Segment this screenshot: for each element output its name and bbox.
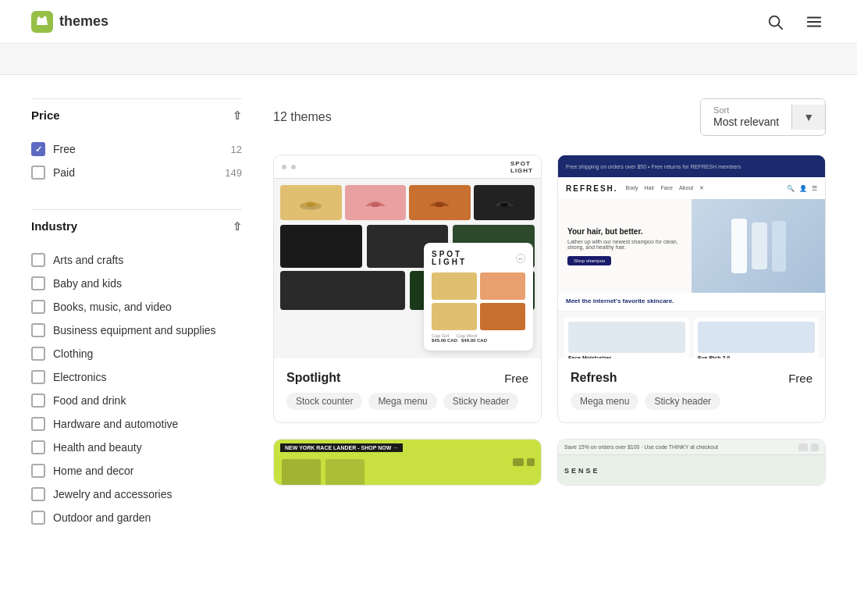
filter-option-paid[interactable]: Paid 149 <box>31 161 242 184</box>
themes-grid: SPOTLIGHT <box>273 155 826 486</box>
price-filter-label: Price <box>31 109 60 122</box>
arts-label: Arts and crafts <box>53 254 123 266</box>
spotlight-card-image: SPOTLIGHT <box>274 155 541 358</box>
spotlight-card-info: Spotlight Free Stock counter Mega menu S… <box>274 358 541 422</box>
free-count: 12 <box>231 144 242 155</box>
svg-rect-9 <box>436 203 443 207</box>
filter-option-free[interactable]: Free 12 <box>31 137 242 161</box>
baby-checkbox[interactable] <box>31 276 45 290</box>
refresh-price: Free <box>788 372 813 385</box>
filter-option-outdoor[interactable]: Outdoor and garden <box>31 506 242 529</box>
food-checkbox[interactable] <box>31 393 45 408</box>
filter-option-arts[interactable]: Arts and crafts <box>31 248 242 272</box>
outdoor-checkbox[interactable] <box>31 511 45 525</box>
price-filter-section: Price ⇧ Free 12 Paid 149 <box>31 98 242 190</box>
svg-rect-10 <box>500 203 508 207</box>
filter-option-food[interactable]: Food and drink <box>31 389 242 412</box>
svg-rect-7 <box>307 203 315 207</box>
header: themes <box>0 0 857 44</box>
svg-line-2 <box>778 25 782 29</box>
sort-label-area: Sort Most relevant <box>701 99 791 135</box>
sort-value: Most relevant <box>713 116 779 128</box>
business-checkbox[interactable] <box>31 323 45 337</box>
industry-filter-label: Industry <box>31 219 77 233</box>
shopify-bag-icon <box>31 11 53 33</box>
industry-filter-header[interactable]: Industry ⇧ <box>31 209 242 242</box>
content-header: 12 themes Sort Most relevant ▼ <box>273 98 826 136</box>
clothing-checkbox[interactable] <box>31 347 45 361</box>
spotlight-tag-2: Sticky header <box>443 393 519 410</box>
industry-chevron-up-icon: ⇧ <box>233 220 242 233</box>
health-checkbox[interactable] <box>31 440 45 454</box>
electronics-label: Electronics <box>53 371 106 383</box>
paid-checkbox[interactable] <box>31 166 45 180</box>
refresh-tag-1: Sticky header <box>645 393 720 410</box>
filter-option-clothing[interactable]: Clothing <box>31 342 242 365</box>
menu-icon <box>805 13 823 30</box>
theme-card-sense[interactable]: Save 15% on orders over $100 · Use code … <box>557 439 826 486</box>
home-checkbox[interactable] <box>31 464 45 478</box>
industry-filter-options: Arts and crafts Baby and kids Books, mus… <box>31 242 242 536</box>
themes-count: 12 themes <box>273 110 332 124</box>
outdoor-label: Outdoor and garden <box>53 511 151 524</box>
health-label: Health and beauty <box>53 441 142 454</box>
spotlight-price: Free <box>504 372 528 385</box>
jewelry-checkbox[interactable] <box>31 487 45 501</box>
arts-checkbox[interactable] <box>31 253 45 267</box>
spotlight-tags: Stock counter Mega menu Sticky header <box>286 393 528 410</box>
filter-option-electronics[interactable]: Electronics <box>31 365 242 389</box>
svg-rect-8 <box>372 203 379 207</box>
hardware-label: Hardware and automotive <box>53 418 178 430</box>
books-checkbox[interactable] <box>31 300 45 314</box>
main-layout: Price ⇧ Free 12 Paid 149 <box>0 75 857 578</box>
paid-label: Paid <box>53 166 75 179</box>
menu-button[interactable] <box>802 10 826 34</box>
paid-count: 149 <box>225 167 242 179</box>
baby-label: Baby and kids <box>53 277 122 290</box>
industry-filter-section: Industry ⇧ Arts and crafts Baby and kids <box>31 209 242 536</box>
electronics-checkbox[interactable] <box>31 370 45 384</box>
refresh-tag-0: Mega menu <box>571 393 638 410</box>
free-checkbox[interactable] <box>31 142 45 156</box>
search-icon <box>766 13 784 30</box>
jewelry-label: Jewelry and accessories <box>53 488 172 500</box>
refresh-tags: Mega menu Sticky header <box>571 393 813 410</box>
content-area: 12 themes Sort Most relevant ▼ <box>273 98 826 554</box>
spotlight-title-row: Spotlight Free <box>286 371 528 385</box>
theme-card-polo[interactable]: NEW YORK RACE LANDER - SHOP NOW → <box>273 439 542 486</box>
home-label: Home and decor <box>53 465 134 477</box>
subheader-bar <box>0 44 857 75</box>
filter-option-hardware[interactable]: Hardware and automotive <box>31 412 242 436</box>
business-label: Business equipment and supplies <box>53 324 216 336</box>
spotlight-tag-0: Stock counter <box>286 393 362 410</box>
food-label: Food and drink <box>53 394 126 407</box>
free-label: Free <box>53 143 76 155</box>
sidebar: Price ⇧ Free 12 Paid 149 <box>31 98 242 554</box>
price-chevron-up-icon: ⇧ <box>233 109 242 122</box>
search-button[interactable] <box>763 10 787 34</box>
theme-card-spotlight[interactable]: SPOTLIGHT <box>273 155 542 423</box>
price-filter-options: Free 12 Paid 149 <box>31 131 242 190</box>
refresh-card-info: Refresh Free Mega menu Sticky header <box>558 358 825 422</box>
logo-text: themes <box>59 13 108 30</box>
sort-dropdown[interactable]: Sort Most relevant ▼ <box>700 98 826 136</box>
filter-option-jewelry[interactable]: Jewelry and accessories <box>31 482 242 506</box>
price-filter-header[interactable]: Price ⇧ <box>31 98 242 131</box>
header-icons <box>763 10 826 34</box>
refresh-name: Refresh <box>571 371 617 385</box>
hardware-checkbox[interactable] <box>31 417 45 431</box>
filter-option-baby[interactable]: Baby and kids <box>31 272 242 295</box>
refresh-card-image: Free shipping on orders over $50 • Free … <box>558 155 825 358</box>
spotlight-tag-1: Mega menu <box>368 393 436 410</box>
filter-option-books[interactable]: Books, music, and video <box>31 295 242 319</box>
clothing-label: Clothing <box>53 347 93 360</box>
spotlight-overlay-card: SPOTLIGHT ↔ Cap Girl <box>424 243 533 351</box>
filter-option-health[interactable]: Health and beauty <box>31 436 242 459</box>
logo[interactable]: themes <box>31 11 108 33</box>
refresh-title-row: Refresh Free <box>571 371 813 385</box>
filter-option-home[interactable]: Home and decor <box>31 459 242 482</box>
spotlight-name: Spotlight <box>286 371 340 385</box>
theme-card-refresh[interactable]: Free shipping on orders over $50 • Free … <box>557 155 826 423</box>
filter-option-business[interactable]: Business equipment and supplies <box>31 319 242 342</box>
books-label: Books, music, and video <box>53 301 172 313</box>
